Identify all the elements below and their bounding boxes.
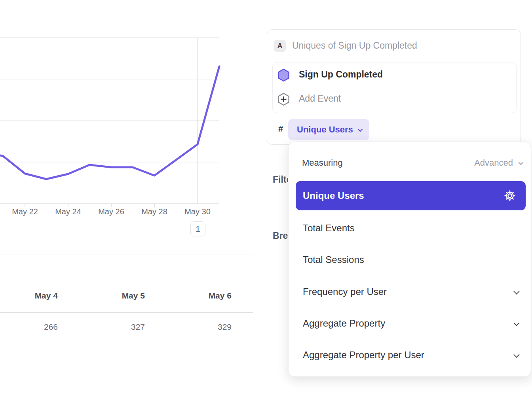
menu-item-label: Total Sessions [303, 254, 364, 265]
menu-item-label: Aggregate Property per User [303, 350, 424, 361]
event-name[interactable]: Sign Up Completed [299, 69, 383, 80]
event-hexagon-icon [277, 68, 290, 82]
x-tick-label: May 24 [50, 207, 86, 216]
query-builder-card: A Uniques of Sign Up Completed Sign Up C… [267, 29, 521, 145]
chevron-down-icon [357, 127, 363, 132]
x-tick-label: May 22 [7, 207, 43, 216]
divider [0, 255, 253, 255]
table-column-header[interactable]: May 5 [58, 290, 145, 302]
menu-item-total-sessions[interactable]: Total Sessions [303, 253, 518, 266]
menu-item-unique-users[interactable]: Unique Users [296, 181, 526, 210]
line-chart[interactable] [0, 0, 253, 257]
divider [0, 312, 253, 313]
breakdowns-section-label: Breakdowns [273, 231, 288, 242]
x-axis-ticks [25, 204, 154, 207]
measuring-dropdown-menu: Measuring Advanced Unique Users Total Ev… [288, 142, 531, 377]
table-cell-value: 266 [0, 321, 58, 333]
gear-icon[interactable] [504, 189, 516, 202]
chart-gridlines [0, 38, 219, 207]
menu-item-total-events[interactable]: Total Events [303, 221, 518, 235]
add-event-label[interactable]: Add Event [299, 93, 341, 104]
chevron-down-icon [513, 320, 520, 326]
add-event-icon[interactable] [277, 93, 290, 106]
table-column-header[interactable]: May 4 [0, 290, 58, 302]
measurement-dropdown-trigger[interactable]: Unique Users [288, 119, 369, 140]
measuring-menu-header: Measuring Advanced [302, 157, 522, 169]
x-tick-label: May 28 [137, 207, 172, 216]
measuring-mode-value: Advanced [474, 158, 513, 168]
chevron-down-icon [513, 288, 520, 295]
menu-item-aggregate-property[interactable]: Aggregate Property [303, 317, 518, 330]
x-tick-label: May 26 [93, 207, 129, 216]
measurement-hash-symbol: # [278, 124, 283, 134]
divider [0, 341, 253, 341]
measuring-label: Measuring [302, 158, 343, 168]
event-card: Sign Up Completed Add Event [272, 62, 517, 113]
filters-section-label: Filters [273, 174, 288, 186]
table-column-header[interactable]: May 6 [145, 290, 232, 302]
x-tick-label: May 30 [180, 207, 215, 216]
chevron-down-icon [519, 160, 524, 165]
chart-pane: May 22 May 24 May 26 May 28 May 30 1 May… [0, 0, 253, 393]
menu-item-aggregate-property-per-user[interactable]: Aggregate Property per User [303, 348, 518, 362]
chevron-down-icon [513, 351, 520, 358]
menu-item-label: Frequency per User [303, 286, 387, 297]
series-title: Uniques of Sign Up Completed [292, 40, 417, 51]
series-badge: A [274, 40, 286, 52]
menu-item-label: Unique Users [303, 190, 364, 201]
pagination-badge[interactable]: 1 [190, 221, 205, 236]
measuring-mode-selector[interactable]: Advanced [474, 158, 522, 168]
menu-item-frequency-per-user[interactable]: Frequency per User [303, 285, 518, 299]
menu-item-label: Total Events [303, 223, 355, 234]
menu-item-label: Aggregate Property [303, 318, 385, 329]
table-cell-value: 327 [58, 321, 145, 333]
measurement-value: Unique Users [297, 125, 353, 135]
table-cell-value: 329 [145, 321, 232, 333]
